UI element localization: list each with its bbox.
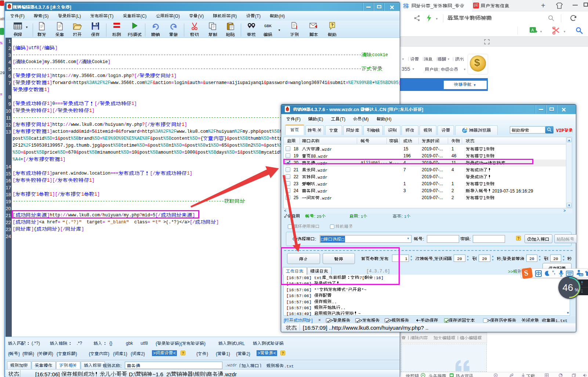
svg-text:%: % [575, 288, 579, 293]
svg-text:A: A [531, 28, 534, 32]
svg-text:46: 46 [563, 282, 573, 293]
svg-text:!: ! [296, 25, 298, 30]
svg-text:?: ? [331, 23, 334, 27]
